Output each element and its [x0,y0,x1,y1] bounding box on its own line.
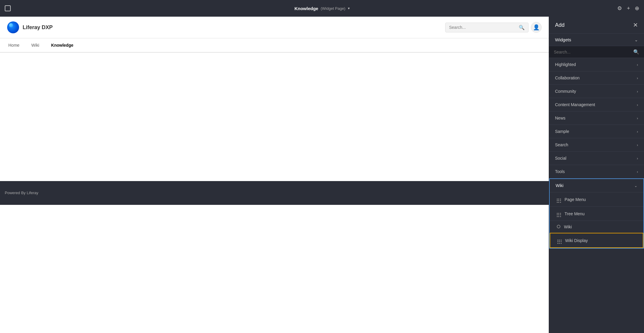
page-title: Knowledge [294,6,318,11]
wiki-header[interactable]: Wiki ⌄ [550,179,643,192]
globe-icon[interactable]: ⊕ [635,5,639,12]
main-wrapper: Liferay DXP 🔍 👤 Home Wiki Knowledge Powe… [0,17,644,333]
logo-text: Liferay DXP [23,24,53,31]
category-chevron-tools: › [637,169,638,174]
settings-icon[interactable]: ⚙ [617,5,622,12]
main-search-box: 🔍 [445,23,529,32]
top-bar-center: Knowledge (Widget Page) ▾ [294,6,349,11]
main-search-icon[interactable]: 🔍 [519,25,525,30]
widgets-label: Widgets [555,37,571,42]
wiki-label: Wiki [556,183,563,188]
panel-header: Add ✕ [549,17,644,34]
wiki-display-grid-icon [557,237,562,244]
category-news[interactable]: News › [549,111,644,125]
nav-knowledge[interactable]: Knowledge [50,43,75,48]
wiki-display-label: Wiki Display [565,238,588,243]
widgets-chevron-icon: ⌄ [634,37,638,42]
panel-title: Add [555,22,565,28]
category-chevron-content-management: › [637,103,638,107]
panel-search: 🔍 [549,46,644,58]
category-chevron-community: › [637,89,638,94]
tree-menu-grid-icon [557,210,561,217]
search-area: 🔍 👤 [445,22,542,33]
category-chevron-collaboration: › [637,76,638,80]
main-search-input[interactable] [449,25,516,30]
page-nav: Home Wiki Knowledge [0,38,549,53]
category-sample[interactable]: Sample › [549,125,644,138]
wiki-chevron-icon: ⌄ [634,183,637,188]
category-search[interactable]: Search › [549,138,644,152]
add-icon[interactable]: + [627,5,630,12]
category-tools[interactable]: Tools › [549,165,644,178]
tree-menu-label: Tree Menu [565,211,584,216]
category-chevron-news: › [637,116,638,120]
logo-area: Liferay DXP [7,21,53,33]
user-avatar[interactable]: 👤 [531,22,542,33]
category-collaboration[interactable]: Collaboration › [549,71,644,85]
top-bar-right: ⚙ + ⊕ [617,5,639,12]
footer-text: Powered By Liferay [5,191,38,195]
logo-inner [9,23,13,27]
category-highlighted[interactable]: Highlighted › [549,58,644,71]
category-content-management[interactable]: Content Management › [549,98,644,111]
wiki-item-label: Wiki [564,224,572,229]
category-chevron-search: › [637,143,638,147]
nav-wiki[interactable]: Wiki [30,43,40,48]
page-dropdown-icon[interactable]: ▾ [348,6,350,10]
widgets-header[interactable]: Widgets ⌄ [549,34,644,46]
category-social[interactable]: Social › [549,152,644,165]
category-community[interactable]: Community › [549,85,644,98]
wiki-section: Wiki ⌄ Page Menu [549,178,644,249]
category-chevron-highlighted: › [637,62,638,67]
page-subtitle: (Widget Page) [321,6,345,11]
footer-strip: Powered By Liferay [0,181,549,205]
top-bar-left [5,5,11,11]
page-content: Liferay DXP 🔍 👤 Home Wiki Knowledge Powe… [0,17,549,333]
top-bar: Knowledge (Widget Page) ▾ ⚙ + ⊕ [0,0,644,17]
page-menu-grid-icon [557,196,561,203]
nav-home[interactable]: Home [7,43,21,48]
panel-search-input[interactable] [554,50,631,54]
category-chevron-social: › [637,156,638,161]
content-area [0,53,549,181]
wiki-page-menu[interactable]: Page Menu [550,192,643,206]
panel-search-icon[interactable]: 🔍 [633,49,639,55]
wiki-display[interactable]: Wiki Display [550,233,643,248]
sidebar-toggle-icon[interactable] [5,5,11,11]
page-menu-label: Page Menu [565,197,586,202]
wiki-circle-icon [557,225,560,229]
wiki-tree-menu[interactable]: Tree Menu [550,206,643,221]
page-header: Liferay DXP 🔍 👤 [0,17,549,38]
wiki-wiki[interactable]: Wiki [550,221,643,233]
logo-circle [7,21,19,33]
panel-close-button[interactable]: ✕ [633,21,638,29]
below-footer [0,205,549,333]
right-panel: Add ✕ Widgets ⌄ 🔍 Highlighted › Collabor… [549,17,644,333]
category-chevron-sample: › [637,129,638,134]
